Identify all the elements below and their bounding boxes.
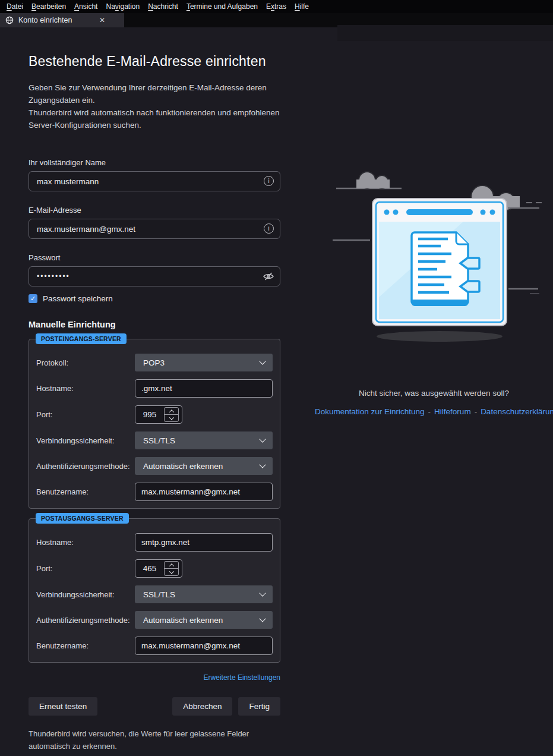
hostname-row: Hostname: <box>36 533 273 552</box>
remember-password-label: Passwort speichern <box>43 294 113 303</box>
outgoing-port-stepper <box>135 559 182 578</box>
port-spinner <box>164 407 179 422</box>
port-spinner <box>164 561 179 576</box>
incoming-auth-select[interactable]: Automatisch erkennen <box>135 457 273 475</box>
chevron-down-icon <box>259 590 266 596</box>
page-title: Bestehende E-Mail-Adresse einrichten <box>29 53 280 70</box>
protocol-row: Protokoll: POP3 <box>36 354 273 371</box>
document-browser-illustration <box>333 166 553 357</box>
menu-bar: Datei Bearbeiten Ansicht Navigation Nach… <box>0 0 553 13</box>
menu-hilfe[interactable]: Hilfe <box>290 1 313 12</box>
email-input[interactable] <box>29 219 280 239</box>
security-row: Verbindungssicherheit: SSL/TLS <box>36 585 273 603</box>
remember-password-checkbox[interactable]: ✓ <box>29 294 37 303</box>
close-icon[interactable]: ✕ <box>99 16 105 24</box>
menu-nachricht[interactable]: Nachricht <box>144 1 182 12</box>
privacy-policy-link[interactable]: Datenschutzerklärung <box>481 407 553 416</box>
fullname-input[interactable] <box>29 171 280 191</box>
info-icon: i <box>264 176 274 186</box>
menu-termine-und-aufgaben[interactable]: Termine und Aufgaben <box>182 1 262 12</box>
fullname-label: Ihr vollständiger Name <box>29 158 280 167</box>
tab-konto-einrichten[interactable]: Konto einrichten ✕ <box>0 13 124 27</box>
chevron-up-icon[interactable] <box>165 408 178 414</box>
menu-navigation[interactable]: Navigation <box>102 1 144 12</box>
retest-button[interactable]: Erneut testen <box>29 697 97 716</box>
forum-link[interactable]: Hilfeforum <box>434 407 471 416</box>
incoming-server-badge: POSTEINGANGS-SERVER <box>36 333 127 344</box>
chevron-up-icon[interactable] <box>165 562 178 568</box>
setup-form: Bestehende E-Mail-Adresse einrichten Geb… <box>29 53 280 756</box>
outgoing-server-badge: POSTAUSGANGS-SERVER <box>36 513 129 524</box>
chevron-down-icon <box>259 358 266 364</box>
outgoing-port-input[interactable] <box>135 560 164 577</box>
email-field-group: E-Mail-Adresse i <box>29 206 280 239</box>
outgoing-hostname-input[interactable] <box>135 533 273 552</box>
port-row: Port: <box>36 559 273 578</box>
password-input[interactable] <box>29 266 280 286</box>
email-label: E-Mail-Adresse <box>29 206 280 215</box>
eye-slash-icon[interactable] <box>263 272 274 281</box>
incoming-server-panel: POSTEINGANGS-SERVER Protokoll: POP3 Host… <box>29 339 280 509</box>
menu-bearbeiten[interactable]: Bearbeiten <box>27 1 70 12</box>
chevron-down-icon <box>259 615 266 622</box>
fullname-field-group: Ihr vollständiger Name i <box>29 158 280 191</box>
aside-links: Dokumentation zur Einrichtung-Hilfeforum… <box>315 407 553 416</box>
outgoing-auth-select[interactable]: Automatisch erkennen <box>135 611 273 629</box>
action-buttons: Erneut testen Abbrechen Fertig <box>29 697 280 716</box>
tab-label: Konto einrichten <box>18 16 99 24</box>
auth-row: Authentifizierungsmethode: Automatisch e… <box>36 611 273 629</box>
incoming-protocol-select[interactable]: POP3 <box>135 354 273 371</box>
incoming-hostname-input[interactable] <box>135 379 273 398</box>
outgoing-security-select[interactable]: SSL/TLS <box>135 585 273 603</box>
documentation-link[interactable]: Dokumentation zur Einrichtung <box>315 407 425 416</box>
port-row: Port: <box>36 405 273 424</box>
auth-row: Authentifizierungsmethode: Automatisch e… <box>36 457 273 475</box>
outgoing-server-panel: POSTAUSGANGS-SERVER Hostname: Port: <box>29 518 280 663</box>
outgoing-username-input[interactable] <box>135 637 273 655</box>
chevron-down-icon <box>259 436 266 442</box>
incoming-username-input[interactable] <box>135 483 273 501</box>
hostname-row: Hostname: <box>36 379 273 398</box>
incoming-security-select[interactable]: SSL/TLS <box>135 431 273 449</box>
security-row: Verbindungssicherheit: SSL/TLS <box>36 431 273 449</box>
remember-password-row: ✓ Passwort speichern <box>29 294 280 303</box>
menu-extras[interactable]: Extras <box>262 1 290 12</box>
header-strip <box>337 25 553 40</box>
incoming-port-input[interactable] <box>135 406 164 423</box>
cancel-button[interactable]: Abbrechen <box>172 697 232 716</box>
chevron-down-icon[interactable] <box>165 568 178 575</box>
username-row: Benutzername: <box>36 637 273 655</box>
username-row: Benutzername: <box>36 483 273 501</box>
account-setup-page: Bestehende E-Mail-Adresse einrichten Geb… <box>0 27 553 756</box>
menu-ansicht[interactable]: Ansicht <box>70 1 102 12</box>
globe-icon <box>5 16 14 24</box>
incoming-port-stepper <box>135 405 182 424</box>
password-label: Passwort <box>29 253 280 262</box>
checkmark-icon: ✓ <box>30 295 36 302</box>
page-subtitle: Geben Sie zur Verwendung Ihrer derzeitig… <box>29 81 280 131</box>
help-aside: Nicht sicher, was ausgewählt werden soll… <box>315 166 553 416</box>
done-button[interactable]: Fertig <box>238 697 280 716</box>
password-field-group: Passwort ✓ Passwort speichern <box>29 253 280 303</box>
chevron-down-icon[interactable] <box>165 414 178 421</box>
aside-question: Nicht sicher, was ausgewählt werden soll… <box>315 389 553 398</box>
manual-config-heading: Manuelle Einrichtung <box>29 320 280 329</box>
advanced-settings-link[interactable]: Erweiterte Einstellungen <box>29 673 280 682</box>
chevron-down-icon <box>259 461 266 468</box>
autodetect-note: Thunderbird wird versuchen, die Werte fü… <box>29 727 280 752</box>
menu-datei[interactable]: Datei <box>2 1 27 12</box>
info-icon: i <box>264 223 274 234</box>
